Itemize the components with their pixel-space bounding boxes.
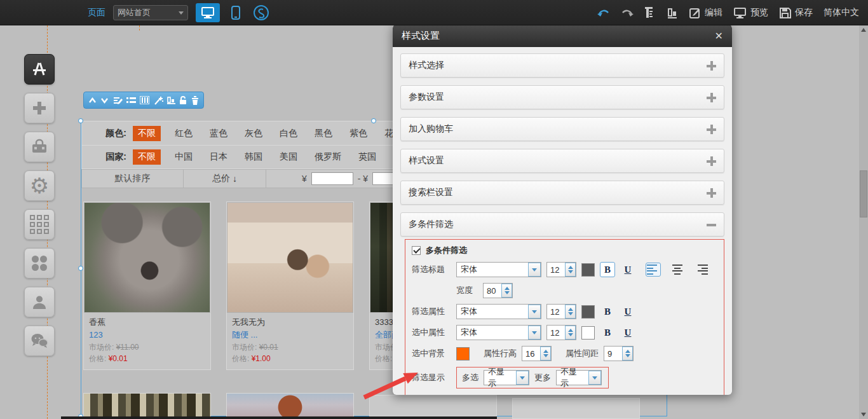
price-min-input[interactable] (311, 172, 353, 185)
line-height-spinner[interactable]: 16 (522, 346, 552, 361)
scroll-down-arrow[interactable] (859, 410, 868, 419)
chevron-down-icon[interactable] (528, 263, 541, 277)
filter-option[interactable]: 黑色 (315, 128, 332, 139)
font-color-swatch[interactable] (581, 326, 595, 340)
selection-handle-middle-left[interactable] (78, 266, 83, 271)
align-left-button[interactable] (646, 263, 661, 277)
spinner-arrows[interactable] (565, 326, 576, 340)
selection-handle-top-left[interactable] (78, 118, 83, 123)
spacing-spinner[interactable]: 9 (604, 346, 634, 361)
sidebar-item-components[interactable] (24, 54, 55, 85)
scrollbar-thumb[interactable] (860, 170, 867, 217)
chevron-down-icon[interactable] (528, 326, 541, 340)
list-settings-icon[interactable] (126, 97, 136, 104)
font-size-spinner[interactable]: 12 (546, 304, 576, 319)
bold-button[interactable]: B (600, 262, 615, 277)
section-search-bar[interactable]: 搜索栏设置 (400, 181, 724, 205)
product-link[interactable]: 随便 ... (232, 329, 348, 341)
selection-handle-top-middle[interactable] (371, 118, 376, 123)
more-dropdown[interactable]: 不显示 (556, 370, 602, 385)
edit-content-icon[interactable] (113, 96, 123, 105)
save-button[interactable]: 保存 (779, 7, 813, 19)
chevron-down-icon[interactable] (588, 371, 601, 385)
multi-select-dropdown[interactable]: 不显示 (484, 370, 529, 385)
filter-option[interactable]: 韩国 (245, 151, 262, 163)
edit-button[interactable]: 编辑 (689, 7, 722, 19)
underline-button[interactable]: U (620, 262, 635, 277)
page-select[interactable]: 网站首页 (113, 5, 188, 20)
sidebar-item-toolbox[interactable] (24, 132, 55, 162)
filter-option-selected[interactable]: 不限 (133, 149, 161, 165)
bold-button[interactable]: B (600, 304, 615, 319)
move-down-icon[interactable] (100, 97, 109, 104)
align-right-button[interactable] (694, 263, 709, 277)
sidebar-item-apps[interactable] (24, 248, 55, 278)
spinner-arrows[interactable] (565, 263, 576, 277)
section-style-select[interactable]: 样式选择 (400, 53, 724, 78)
ruler-button[interactable] (644, 6, 656, 19)
trash-icon[interactable] (191, 96, 199, 105)
filter-option[interactable]: 日本 (210, 151, 227, 163)
product-link[interactable]: 123 (89, 329, 205, 341)
font-select[interactable]: 宋体 (456, 325, 541, 340)
move-up-icon[interactable] (88, 97, 97, 104)
section-multi-filter[interactable]: 多条件筛选 (400, 212, 724, 237)
align-center-button[interactable] (670, 263, 685, 277)
sidebar-item-wechat[interactable] (24, 326, 55, 356)
font-size-spinner[interactable]: 12 (546, 325, 576, 340)
filter-option[interactable]: 紫色 (349, 128, 367, 139)
spinner-arrows[interactable] (501, 284, 512, 298)
sidebar-item-modules[interactable] (24, 209, 55, 240)
spinner-arrows[interactable] (565, 305, 576, 319)
chevron-down-icon[interactable] (528, 305, 541, 319)
product-image (227, 202, 353, 313)
spinner-arrows[interactable] (622, 347, 633, 361)
font-color-swatch[interactable] (581, 263, 595, 277)
filter-option[interactable]: 白色 (280, 128, 297, 139)
scroll-up-arrow[interactable] (859, 25, 868, 34)
stats-button[interactable] (667, 6, 678, 19)
underline-button[interactable]: U (620, 325, 635, 340)
filter-option[interactable]: 灰色 (245, 128, 262, 139)
desktop-view-button[interactable] (196, 3, 220, 22)
sidebar-item-add[interactable] (24, 93, 55, 123)
font-size-spinner[interactable]: 12 (546, 262, 576, 277)
language-switch[interactable]: 简体中文 (824, 7, 859, 18)
filter-option[interactable]: 中国 (175, 151, 193, 163)
underline-button[interactable]: U (620, 304, 635, 319)
filter-option[interactable]: 英国 (358, 151, 376, 163)
filter-option[interactable]: 红色 (175, 128, 193, 139)
undo-button[interactable] (597, 8, 610, 17)
preview-button[interactable]: 预览 (733, 7, 768, 19)
chevron-down-icon[interactable] (516, 371, 529, 385)
section-add-to-cart[interactable]: 加入购物车 (400, 117, 724, 141)
mobile-view-button[interactable] (227, 6, 244, 20)
filter-option[interactable]: 蓝色 (210, 128, 227, 139)
font-select[interactable]: 宋体 (456, 262, 541, 277)
sidebar-item-settings[interactable]: ⚙ (24, 170, 55, 201)
spinner-arrows[interactable] (540, 347, 551, 361)
bold-button[interactable]: B (600, 325, 615, 340)
filter-option[interactable]: 俄罗斯 (315, 151, 341, 163)
section-parameters[interactable]: 参数设置 (400, 85, 724, 109)
row-label: 选中背景 (412, 348, 451, 359)
component-chart-icon[interactable] (167, 96, 175, 104)
sort-total-price-label: 总价 (212, 173, 230, 184)
multi-filter-checkbox[interactable] (412, 246, 421, 255)
sort-total-price[interactable]: 总价 ↓ (184, 170, 266, 188)
close-icon[interactable]: ✕ (715, 30, 723, 42)
redo-button[interactable] (621, 8, 634, 17)
link-tool-button[interactable] (252, 4, 271, 21)
filter-option-selected[interactable]: 不限 (133, 126, 161, 141)
section-style-settings[interactable]: 样式设置 (400, 149, 724, 173)
font-select[interactable]: 宋体 (456, 304, 541, 319)
lock-icon[interactable] (179, 96, 187, 105)
font-color-swatch[interactable] (581, 305, 595, 319)
sort-default[interactable]: 默认排序 (82, 170, 184, 188)
filter-option[interactable]: 美国 (280, 151, 297, 163)
sliders-icon[interactable] (140, 96, 149, 104)
sidebar-item-members[interactable] (24, 287, 55, 317)
width-spinner[interactable]: 80 (483, 283, 513, 298)
magic-wand-icon[interactable] (154, 96, 163, 105)
bg-color-swatch[interactable] (456, 347, 470, 361)
